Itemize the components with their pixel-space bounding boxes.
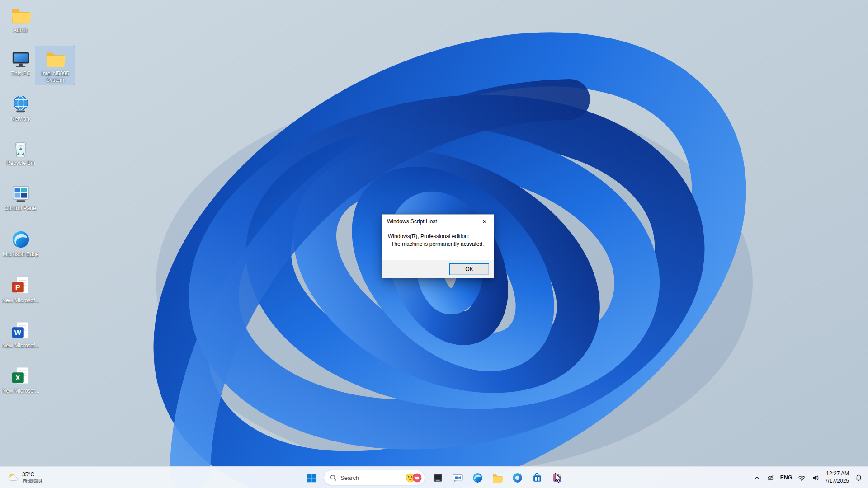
tray-language-button[interactable]: ENG <box>780 469 793 487</box>
ok-button[interactable]: OK <box>449 263 489 275</box>
desktop-icon-label: Network <box>11 116 31 122</box>
chat-icon <box>452 472 463 483</box>
desktop-icon-label: Microsoft Edge <box>3 251 39 258</box>
mouse-cursor <box>554 473 563 483</box>
weather-widget[interactable]: 35°C 局部晴朗 <box>5 467 45 488</box>
search-placeholder: Search <box>340 474 359 481</box>
dark-app-icon <box>432 472 443 483</box>
svg-text:P: P <box>15 283 20 291</box>
powerpoint-file-icon: P <box>10 275 31 296</box>
search-highlights <box>406 473 422 483</box>
desktop-icon-label: Control Panel <box>5 205 38 211</box>
desktop-icon-new-powerpoint[interactable]: P New Microsof... <box>1 273 41 305</box>
word-file-icon: W <box>10 320 31 341</box>
weather-condition: 局部晴朗 <box>22 478 42 484</box>
desktop-icon-label: New Microsof... <box>2 343 40 349</box>
desktop-icon-microsoft-edge[interactable]: Microsoft Edge <box>1 227 41 259</box>
chevron-up-icon <box>753 474 761 482</box>
search-box[interactable]: Search <box>324 470 425 485</box>
desktop-icon-new-excel[interactable]: X New Microsof... <box>1 363 41 396</box>
desktop-icon-label: New Microsof... <box>2 297 40 304</box>
user-folder-icon <box>10 5 31 26</box>
taskbar-app-store[interactable] <box>528 469 546 487</box>
tray-network-button[interactable] <box>798 469 806 487</box>
start-button[interactable] <box>302 469 320 487</box>
desktop-icon-label: Intel N5095 System <box>36 70 74 83</box>
close-icon[interactable]: ✕ <box>476 215 494 228</box>
tray-volume-button[interactable] <box>811 469 820 487</box>
system-tray: ENG 12:27 AM 7/17/2025 <box>753 467 864 488</box>
desktop-icon-this-pc[interactable]: This PC <box>1 46 41 79</box>
wsh-dialog: Windows Script Host ✕ Windows(R), Profes… <box>382 214 494 278</box>
taskbar-app-edge[interactable] <box>468 469 486 487</box>
tray-clock-button[interactable]: 12:27 AM 7/17/2025 <box>825 469 849 487</box>
language-indicator: ENG <box>780 474 793 481</box>
cloud-off-icon <box>767 474 774 482</box>
dialog-footer: OK <box>382 260 494 278</box>
tray-notifications-button[interactable] <box>854 469 863 487</box>
heart-emoji-icon <box>412 473 422 483</box>
desktop-icon-new-word[interactable]: W New Microsof... <box>1 318 41 351</box>
desktop-icon-label: Admin <box>13 27 28 33</box>
desktop-icon-control-panel[interactable]: Control Panel <box>1 181 41 213</box>
desktop-icon-admin[interactable]: Admin <box>1 3 41 35</box>
taskbar-app-file-explorer[interactable] <box>488 469 506 487</box>
tray-chevron-button[interactable] <box>753 469 761 487</box>
control-panel-icon <box>10 183 31 204</box>
windows-logo-icon <box>306 472 317 483</box>
dialog-titlebar[interactable]: Windows Script Host ✕ <box>382 215 494 228</box>
dialog-title: Windows Script Host <box>387 218 476 225</box>
svg-text:X: X <box>15 374 20 382</box>
bell-icon <box>855 474 863 482</box>
desktop-icon-label: Recycle Bin <box>6 160 35 166</box>
desktop-icon-label: New Microsof... <box>2 388 40 394</box>
desktop-icon-intel-system[interactable]: Intel N5095 System <box>35 46 75 85</box>
copilot-icon <box>512 472 523 483</box>
tray-date: 7/17/2025 <box>825 478 849 484</box>
excel-file-icon: X <box>10 366 31 386</box>
tray-time: 12:27 AM <box>826 470 849 477</box>
dialog-message-line2: The machine is permanently activated. <box>391 240 488 248</box>
file-explorer-icon <box>492 472 503 483</box>
edge-icon <box>10 229 31 250</box>
recycle-bin-icon <box>10 138 31 159</box>
dialog-message: Windows(R), Professional edition: The ma… <box>382 228 494 249</box>
desktop-icon-label: This PC <box>11 70 31 77</box>
computer-icon <box>10 48 31 69</box>
store-icon <box>532 472 543 483</box>
folder-icon <box>45 48 66 69</box>
desktop-icon-recycle-bin[interactable]: Recycle Bin <box>1 136 41 168</box>
taskbar-center: Search <box>302 467 566 488</box>
network-globe-icon <box>10 94 31 114</box>
taskbar-app-copilot[interactable] <box>508 469 526 487</box>
desktop-icon-network[interactable]: Network <box>1 91 41 124</box>
taskbar-app-chat[interactable] <box>448 469 467 487</box>
tray-onedrive-button[interactable] <box>767 469 775 487</box>
dialog-message-line1: Windows(R), Professional edition: <box>388 233 488 240</box>
edge-icon <box>472 472 483 483</box>
desktop[interactable]: Admin This PC Intel N5095 System Network… <box>0 0 868 488</box>
wifi-icon <box>798 474 806 482</box>
weather-temperature: 35°C <box>22 471 42 478</box>
svg-text:W: W <box>14 328 22 337</box>
taskbar-app-files-dark[interactable] <box>429 469 447 487</box>
search-icon <box>330 474 337 481</box>
speaker-icon <box>811 474 819 482</box>
weather-icon <box>7 472 19 483</box>
taskbar: 35°C 局部晴朗 Search <box>0 466 868 488</box>
